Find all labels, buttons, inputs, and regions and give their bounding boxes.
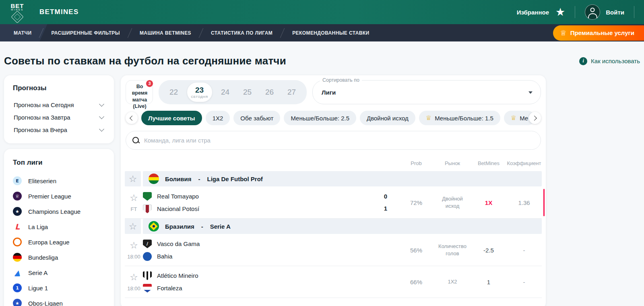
divider [575,6,575,18]
tips-panel: Во время матча (Live) 3 2223СЕГОДНЯ24252… [121,75,546,306]
betmines-pick[interactable]: -2.5 [471,247,506,254]
sidebar-league-item[interactable]: LLa Liga [13,219,106,234]
how-to-use-label: Как использовать [591,58,640,64]
premium-services-button[interactable]: ♕ Премиальные услуги [553,25,644,41]
favorite-star-icon[interactable]: ☆ [129,222,137,231]
how-to-use-link[interactable]: i Как использовать [579,57,640,65]
logo-text-bottom: MINES [11,8,24,11]
teams-cell: Real TomayapoNacional Potosí [143,192,375,213]
filter-chip[interactable]: Лучшие советы [141,111,202,125]
top-header: BET MINES BETMINES Избранное ★ Войти [0,0,644,24]
betmines-pick[interactable]: 1 [471,279,506,285]
section-star-cell: ☆ [125,171,141,186]
filter-chip[interactable]: 1X2 [206,111,230,125]
nav-item-label: МАТЧИ [14,30,31,36]
predictions-title: Прогнозы [13,84,106,92]
search-bar [126,131,541,150]
teams-cell: Atlético MineiroFortaleza [143,271,375,293]
nav-item-2[interactable]: РАСШИРЕННЫЕ ФИЛЬТРЫ [41,24,129,41]
bundesliga-logo [13,253,22,262]
date-pill-27[interactable]: 27 [283,83,301,102]
sidebar-item-label: Прогнозы на Сегодня [14,101,74,108]
date-pill-26[interactable]: 26 [261,83,279,102]
filter-chip[interactable]: Двойной исход [360,111,415,125]
sidebar-prediction-item[interactable]: Прогнозы за Вчера [13,124,106,136]
team-line: Fortaleza [143,284,375,293]
login-button[interactable]: Войти [606,9,624,16]
chips-scroll-left-button[interactable] [126,112,138,124]
sidebar: Прогнозы Прогнозы на СегодняПрогнозы на … [4,75,114,306]
market-label: 1X2 [434,278,471,285]
serie-a-logo: ▲ [13,268,22,277]
nav-item-5[interactable]: РЕКОМЕНДОВАННЫЕ СТАВКИ [283,24,379,41]
europa-league-logo [13,238,22,246]
nav-item-4[interactable]: СТАТИСТИКА ПО ЛИГАМ [201,24,282,41]
sidebar-league-item[interactable]: EEliteserien [13,173,106,188]
team-name: Fortaleza [157,285,182,292]
nacional-potosi-crest [143,205,152,213]
date-pill-24[interactable]: 24 [217,83,234,102]
sidebar-league-item[interactable]: ♕Premier League [13,188,106,204]
sidebar-league-item[interactable]: Europa League [13,234,106,250]
favorite-star-icon[interactable]: ☆ [130,241,138,250]
top-leagues-list: EEliteserien♕Premier League★Champions Le… [13,173,106,306]
favorite-star-icon[interactable]: ☆ [130,273,138,282]
nav-item-1[interactable]: МАТЧИ [4,24,41,41]
favorites-link[interactable]: Избранное [517,9,549,16]
brand-area[interactable]: BET MINES BETMINES [6,1,78,23]
score-cell: 01 [375,193,387,212]
header-actions: Избранное ★ Войти [517,4,638,20]
date-day: 22 [169,88,178,97]
date-pill-22[interactable]: 22 [165,83,183,102]
betmines-pick[interactable]: 1X [471,199,506,206]
league-name: Serie A [210,223,231,230]
league-label: La Liga [28,223,48,230]
nav-item-3[interactable]: МАШИНА BETMINES [130,24,201,41]
avatar[interactable] [585,4,600,20]
crown-icon: ♕ [560,29,567,37]
league-label: Obos-Ligaen [28,300,63,306]
filter-chip[interactable]: ♕Меньше/Больше: 1.5 [419,111,500,125]
sidebar-league-item[interactable]: ▲Serie A [13,265,106,280]
sidebar-prediction-item[interactable]: Прогнозы на Сегодня [13,99,106,111]
favorites-star-icon[interactable]: ★ [555,7,565,18]
premium-label: Премиальные услуги [570,29,634,36]
nav-item-label: РАСШИРЕННЫЕ ФИЛЬТРЫ [51,30,120,36]
date-pill-23[interactable]: 23СЕГОДНЯ [187,83,212,102]
page-title-row: Советы по ставкам на футбол на сегодняшн… [0,41,644,75]
crown-icon: ♕ [511,115,516,121]
live-count-badge: 3 [146,80,153,87]
match-row: ☆18:00Atlético MineiroFortaleza66%1X21- [125,266,542,298]
sidebar-league-item[interactable]: Bundesliga [13,250,106,265]
section-star-cell: ☆ [125,219,141,234]
favorite-star-icon[interactable]: ☆ [129,174,137,184]
team-name: Nacional Potosí [157,205,199,212]
chips-scroll-right-button[interactable] [529,112,541,124]
chip-label: 1X2 [213,115,223,122]
nav-item-label: СТАТИСТИКА ПО ЛИГАМ [211,30,272,36]
brazil-flag [149,221,159,232]
favorite-star-icon[interactable]: ☆ [130,193,138,203]
sidebar-league-item[interactable]: ★Obos-Ligaen [13,296,106,306]
sidebar-prediction-item[interactable]: Прогнозы на Завтра [13,111,106,124]
champions-league-logo: ★ [13,207,22,216]
controls-row: Во время матча (Live) 3 2223СЕГОДНЯ24252… [121,80,546,104]
sort-by-select[interactable]: Сортировать по Лиги [312,80,541,104]
score-value: 0 [384,193,387,200]
country-name: Бразилия [165,223,194,230]
content-layout: Прогнозы Прогнозы на СегодняПрогнозы на … [0,75,644,306]
filter-chip[interactable]: Меньше/Больше: 2.5 [284,111,356,125]
filter-chip[interactable]: Обе забьют [233,111,280,125]
chip-label: Обе забьют [240,115,273,122]
sidebar-league-item[interactable]: ★Champions League [13,204,106,219]
la-liga-logo: L [13,222,22,231]
league-section-header: ☆Бразилия-Serie A [125,219,542,234]
page-title: Советы по ставкам на футбол на сегодняшн… [4,55,286,67]
date-pill-25[interactable]: 25 [239,83,256,102]
chevron-down-icon [99,114,104,119]
sidebar-league-item[interactable]: 1Ligue 1 [13,280,106,296]
league-section-header: ☆Боливия-Liga De Futbol Prof [125,171,542,186]
match-row: ☆FTReal TomayapoNacional Potosí0172%Двой… [125,187,542,219]
search-input[interactable] [144,137,534,144]
live-matches-button[interactable]: Во время матча (Live) 3 [126,80,153,104]
